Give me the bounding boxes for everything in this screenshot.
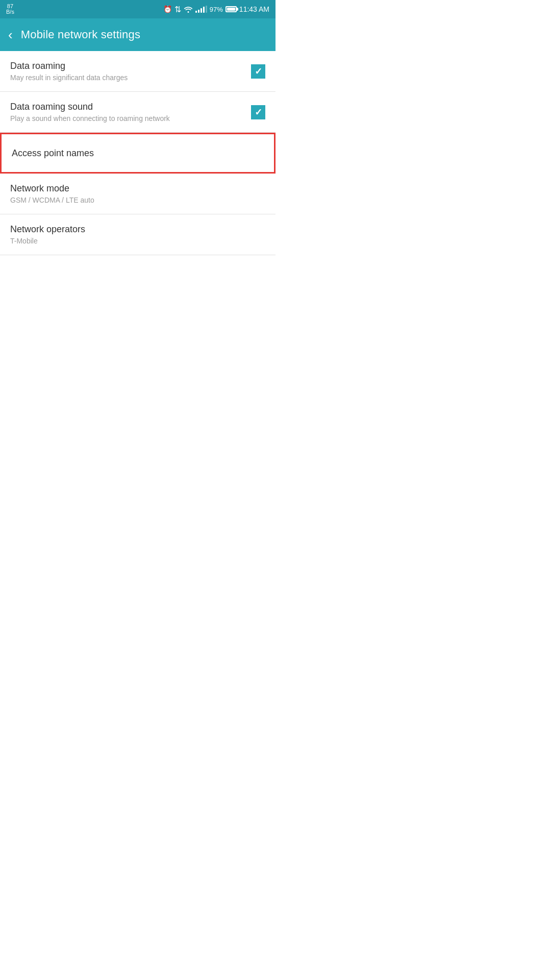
status-bar: 87 B/s ⏰ ⇅ 97% 11:43 AM (0, 0, 276, 18)
setting-text-network-operators: Network operators T-Mobile (10, 224, 265, 245)
sync-icon: ⇅ (174, 5, 181, 14)
setting-title-access-point-names: Access point names (12, 148, 264, 159)
wifi-icon (184, 6, 193, 13)
setting-subtitle-data-roaming: May result in significant data charges (10, 74, 251, 82)
time-display: 11:43 AM (239, 5, 269, 13)
app-bar: ‹ Mobile network settings (0, 18, 276, 51)
battery-icon (226, 6, 237, 12)
setting-item-network-operators[interactable]: Network operators T-Mobile (0, 214, 276, 255)
setting-title-network-operators: Network operators (10, 224, 265, 235)
speed-unit: B/s (6, 9, 14, 15)
setting-subtitle-data-roaming-sound: Play a sound when connecting to roaming … (10, 114, 251, 122)
setting-item-network-mode[interactable]: Network mode GSM / WCDMA / LTE auto (0, 174, 276, 214)
setting-text-network-mode: Network mode GSM / WCDMA / LTE auto (10, 183, 265, 204)
setting-text-data-roaming-sound: Data roaming sound Play a sound when con… (10, 102, 251, 122)
setting-item-data-roaming-sound[interactable]: Data roaming sound Play a sound when con… (0, 92, 276, 133)
setting-title-data-roaming: Data roaming (10, 61, 251, 71)
settings-list: Data roaming May result in significant d… (0, 51, 276, 255)
checkbox-data-roaming[interactable]: ✓ (251, 64, 265, 79)
checkbox-data-roaming-sound[interactable]: ✓ (251, 105, 265, 119)
setting-title-network-mode: Network mode (10, 183, 265, 194)
signal-icon (195, 6, 207, 13)
alarm-icon: ⏰ (163, 5, 172, 13)
setting-text-access-point-names: Access point names (12, 148, 264, 159)
setting-subtitle-network-operators: T-Mobile (10, 237, 265, 245)
status-icons: ⏰ ⇅ 97% 11:43 AM (163, 5, 269, 14)
back-button[interactable]: ‹ (8, 27, 13, 43)
speed-indicator: 87 B/s (6, 4, 14, 15)
checkmark-data-roaming: ✓ (255, 66, 262, 77)
setting-text-data-roaming: Data roaming May result in significant d… (10, 61, 251, 82)
page-title: Mobile network settings (21, 28, 140, 41)
checkmark-data-roaming-sound: ✓ (255, 107, 262, 118)
setting-subtitle-network-mode: GSM / WCDMA / LTE auto (10, 196, 265, 204)
battery-percent: 97% (210, 6, 223, 13)
setting-item-access-point-names[interactable]: Access point names (0, 133, 276, 174)
setting-item-data-roaming[interactable]: Data roaming May result in significant d… (0, 51, 276, 92)
setting-title-data-roaming-sound: Data roaming sound (10, 102, 251, 112)
